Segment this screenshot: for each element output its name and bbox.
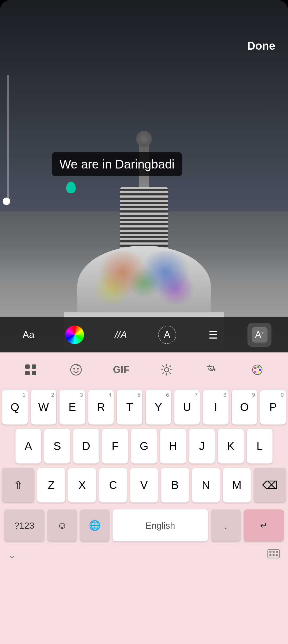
key-t[interactable]: T5 <box>117 390 142 425</box>
color-picker-button[interactable] <box>63 323 87 347</box>
keyboard-bottom-bar: ?123 ☺ 🌐 English . ↵ <box>0 507 288 544</box>
svg-rect-20 <box>276 554 278 556</box>
key-f[interactable]: F <box>102 429 128 464</box>
font-style-icon: //A <box>115 329 127 341</box>
photo-area: Done We are in Daringbadi Aa //A A ☰ A+ <box>0 0 288 352</box>
key-d[interactable]: D <box>73 429 99 464</box>
key-row-2: A S D F G H J K L <box>2 429 286 464</box>
gif-label: GIF <box>113 364 130 375</box>
text-overlay[interactable]: We are in Daringbadi <box>52 152 182 176</box>
text-effect-icon: A <box>158 326 176 344</box>
key-v[interactable]: V <box>130 468 158 502</box>
emoji-icon-symbol: ☺ <box>57 520 67 531</box>
key-n[interactable]: N <box>192 468 220 502</box>
period-key[interactable]: . <box>211 509 241 541</box>
emoji-key[interactable]: ☺ <box>47 509 77 541</box>
globe-key[interactable]: 🌐 <box>80 509 109 541</box>
key-p[interactable]: P0 <box>260 390 286 425</box>
key-i[interactable]: I8 <box>203 390 229 425</box>
key-rows: Q1 W2 E3 R4 T5 Y6 U7 I8 O9 P0 A S D F G … <box>0 387 288 502</box>
stupa-decorations <box>91 251 197 304</box>
svg-point-11 <box>259 369 261 371</box>
keyboard-switch-icon[interactable] <box>267 549 280 561</box>
key-e[interactable]: E3 <box>59 390 85 425</box>
auto-text-button[interactable]: A+ <box>247 323 271 347</box>
key-a[interactable]: A <box>15 429 41 464</box>
key-r[interactable]: R4 <box>88 390 114 425</box>
left-handle-dot[interactable] <box>3 198 10 205</box>
done-button[interactable]: Done <box>247 40 275 52</box>
svg-rect-0 <box>25 364 30 369</box>
key-w[interactable]: W2 <box>31 390 57 425</box>
svg-rect-1 <box>32 364 36 369</box>
text-effect-button[interactable]: A <box>155 323 179 347</box>
key-k[interactable]: K <box>218 429 243 464</box>
return-icon: ↵ <box>260 520 267 531</box>
num-switch-key[interactable]: ?123 <box>4 509 44 541</box>
stupa-rings <box>120 187 168 254</box>
svg-rect-15 <box>269 551 271 553</box>
space-key[interactable]: English <box>113 509 208 541</box>
svg-rect-16 <box>273 551 275 553</box>
svg-rect-3 <box>32 371 36 375</box>
key-x[interactable]: X <box>68 468 96 502</box>
keyboard-area: GIF <box>0 352 288 644</box>
gif-icon[interactable]: GIF <box>111 359 132 380</box>
key-q[interactable]: Q1 <box>2 390 28 425</box>
svg-rect-18 <box>269 554 271 556</box>
svg-point-12 <box>257 371 259 374</box>
align-icon: ☰ <box>209 329 218 341</box>
shift-key[interactable]: ⇧ <box>2 468 34 502</box>
svg-rect-17 <box>276 551 278 553</box>
key-m[interactable]: M <box>223 468 251 502</box>
svg-point-7 <box>165 368 169 372</box>
svg-point-10 <box>257 366 259 368</box>
keyboard-footer: ⌄ <box>0 546 288 564</box>
sticker-icon[interactable] <box>65 359 87 380</box>
key-row-1: Q1 W2 E3 R4 T5 Y6 U7 I8 O9 P0 <box>2 390 286 425</box>
svg-rect-14 <box>268 549 279 558</box>
return-key[interactable]: ↵ <box>244 509 284 541</box>
key-h[interactable]: H <box>160 429 186 464</box>
key-y[interactable]: Y6 <box>146 390 171 425</box>
key-row-3: ⇧ Z X C V B N M ⌫ <box>2 468 286 502</box>
keyboard-top-bar: GIF <box>0 352 288 387</box>
vertical-guide-line <box>7 75 9 203</box>
key-l[interactable]: L <box>247 429 273 464</box>
font-button[interactable]: Aa <box>17 323 41 347</box>
align-button[interactable]: ☰ <box>201 323 225 347</box>
key-j[interactable]: J <box>189 429 215 464</box>
key-o[interactable]: O9 <box>232 390 257 425</box>
font-label: Aa <box>23 329 34 340</box>
svg-rect-2 <box>25 371 30 375</box>
globe-icon-symbol: 🌐 <box>89 520 101 531</box>
svg-point-13 <box>254 371 256 373</box>
backspace-key[interactable]: ⌫ <box>254 468 286 502</box>
svg-point-9 <box>254 367 256 369</box>
rainbow-color-circle[interactable] <box>65 325 84 344</box>
settings-icon[interactable] <box>156 359 177 380</box>
palette-icon[interactable] <box>247 359 268 380</box>
key-z[interactable]: Z <box>37 468 65 502</box>
color-picker-dot[interactable] <box>66 182 76 193</box>
text-toolbar: Aa //A A ☰ A+ <box>0 317 288 352</box>
svg-point-5 <box>73 368 75 370</box>
key-g[interactable]: G <box>131 429 157 464</box>
svg-rect-19 <box>273 554 275 556</box>
swipe-down-icon[interactable]: ⌄ <box>8 549 16 561</box>
translate-icon[interactable] <box>201 359 223 380</box>
key-b[interactable]: B <box>161 468 189 502</box>
font-style-button[interactable]: //A <box>109 323 133 347</box>
key-c[interactable]: C <box>99 468 127 502</box>
apps-icon[interactable] <box>20 359 41 380</box>
svg-point-6 <box>77 368 79 370</box>
key-u[interactable]: U7 <box>174 390 200 425</box>
key-s[interactable]: S <box>44 429 70 464</box>
auto-text-icon: A+ <box>252 327 267 343</box>
